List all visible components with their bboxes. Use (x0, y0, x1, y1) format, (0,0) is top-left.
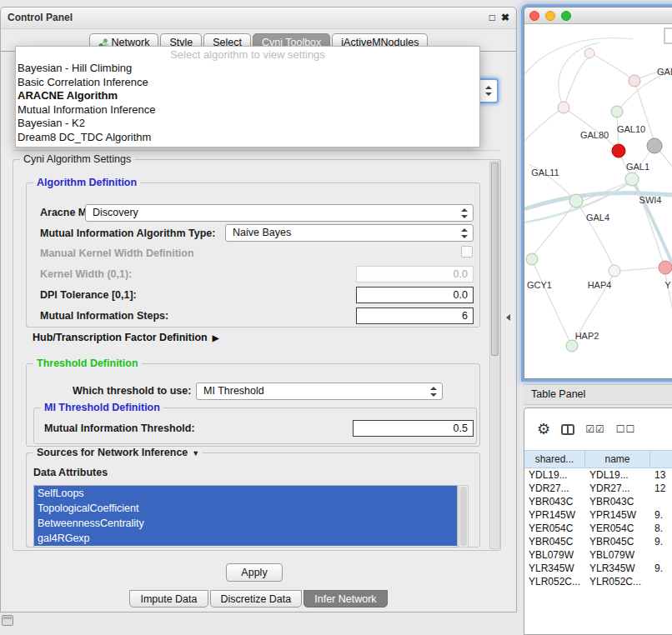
table-row[interactable]: YLR052C...YLR052C... (524, 575, 672, 588)
manual-kernel-checkbox[interactable] (461, 246, 473, 258)
table-settings-gear-icon[interactable]: ⚙ (537, 422, 550, 437)
network-node[interactable] (566, 340, 578, 352)
table-cell: YBL079W (585, 548, 650, 562)
which-threshold-value: MI Threshold (203, 385, 264, 397)
minimize-traffic-light-icon[interactable] (545, 11, 555, 21)
algorithm-option[interactable]: ARACNE Algorithm (16, 89, 479, 103)
attributes-list-scrollbar[interactable] (459, 485, 469, 548)
data-attributes-list[interactable]: SelfLoopsTopologicalCoefficientBetweenne… (33, 485, 458, 548)
table-body: YDL19...YDL19...13YDR27...YDR27...12YBR0… (524, 468, 672, 588)
control-panel-titlebar[interactable]: Control Panel □ ✖ (1, 8, 516, 29)
hub-definition-toggle[interactable]: Hub/Transcription Factor Definition▶ (33, 332, 218, 343)
mi-steps-label: Mutual Information Steps: (40, 310, 168, 322)
node-label: HAP4 (588, 280, 612, 290)
network-node[interactable] (609, 265, 620, 277)
bottom-tab-discretize-data[interactable]: Discretize Data (210, 590, 303, 608)
attribute-item[interactable]: TopologicalCoefficient (34, 501, 457, 516)
algorithm-option[interactable]: Mutual Information Inference (16, 103, 479, 118)
close-traffic-light-icon[interactable] (529, 11, 539, 21)
table-cell: 8. (650, 522, 672, 535)
show-columns-icon[interactable] (561, 424, 574, 435)
network-node[interactable] (584, 48, 594, 58)
combo-arrows-icon (461, 228, 469, 238)
table-cell: 9. (650, 508, 672, 522)
network-node[interactable] (629, 75, 640, 87)
docked-panel-icon[interactable] (2, 615, 13, 626)
table-cell: YDR27... (585, 482, 650, 495)
column-header[interactable]: shared... (524, 451, 585, 468)
bottom-tab-bar: Impute DataDiscretize DataInfer Network (1, 590, 516, 608)
table-cell: YLR052C... (585, 575, 650, 588)
table-row[interactable]: YBR045CYBR045C9. (524, 535, 672, 548)
sources-group-title[interactable]: Sources for Network Inference▼ (33, 447, 203, 458)
aracne-mode-select[interactable]: Discovery (85, 204, 474, 222)
panel-collapse-arrow-icon[interactable] (506, 314, 510, 321)
network-node[interactable] (558, 102, 569, 113)
dropdown-placeholder: Select algorithm to view settings (16, 48, 479, 62)
window-title: Control Panel (8, 12, 73, 23)
table-cell: YBR045C (524, 535, 585, 548)
network-window-titlebar[interactable] (524, 8, 672, 24)
kernel-width-label: Kernel Width (0,1): (40, 268, 132, 281)
algorithm-option[interactable]: Bayesian - K2 (16, 117, 479, 131)
network-node[interactable] (647, 138, 662, 153)
node-label: GAL10 (617, 124, 645, 134)
network-view-window: GALGAL80GAL10GAL11GAL1SWI4GAL4GCY1HAP4HA… (524, 7, 672, 379)
network-node[interactable] (611, 106, 623, 118)
zoom-traffic-light-icon[interactable] (561, 11, 571, 21)
unselect-all-columns-icon[interactable]: ☐☐ (616, 423, 636, 435)
scrollbar-thumb[interactable] (491, 162, 499, 356)
algorithm-dropdown-list[interactable]: Select algorithm to view settingsBayesia… (15, 46, 480, 148)
network-edge (534, 263, 569, 341)
table-panel: ⚙ ☑☑ ☐☐ shared...name YDL19...YDL19...13… (524, 408, 672, 635)
table-row[interactable]: YDL19...YDL19...13 (524, 468, 672, 482)
scrollbar-thumb[interactable] (460, 487, 467, 546)
kernel-width-field[interactable]: 0.0 (356, 266, 474, 282)
network-edge (564, 108, 617, 148)
attribute-item[interactable]: BetweennessCentrality (34, 516, 457, 531)
table-row[interactable]: YPR145WYPR145W9. (524, 508, 672, 522)
settings-scrollbar[interactable] (489, 161, 500, 549)
network-edge (534, 201, 576, 255)
attribute-item[interactable]: gal4RGexp (34, 531, 457, 546)
bottom-tab-impute-data[interactable]: Impute Data (129, 590, 208, 608)
float-window-icon[interactable]: □ (489, 8, 495, 28)
sources-title-text: Sources for Network Inference (37, 447, 188, 458)
table-row[interactable]: YER054CYER054C8. (524, 522, 672, 535)
attribute-item[interactable]: SelfLoops (34, 486, 457, 501)
network-node[interactable] (569, 194, 583, 208)
node-label: Y (664, 280, 671, 290)
network-node[interactable] (625, 172, 639, 186)
birdseye-overview-box[interactable] (664, 28, 672, 43)
which-threshold-select[interactable]: MI Threshold (196, 382, 443, 400)
close-icon[interactable]: ✖ (501, 8, 509, 28)
bottom-tab-infer-network[interactable]: Infer Network (303, 590, 387, 608)
algorithm-option[interactable]: Basic Correlation Inference (16, 76, 479, 90)
network-node[interactable] (659, 261, 672, 274)
select-all-columns-icon[interactable]: ☑☑ (585, 423, 605, 435)
algorithm-option[interactable]: Bayesian - Hill Climbing (16, 62, 479, 76)
algorithm-option[interactable]: Dream8 DC_TDC Algorithm (16, 131, 479, 145)
which-threshold-label: Which threshold to use: (73, 385, 191, 398)
table-row[interactable]: YLR345WYLR345W9. (524, 562, 672, 575)
dpi-tolerance-field[interactable]: 0.0 (356, 287, 474, 303)
mi-type-select[interactable]: Naive Bayes (225, 224, 474, 242)
column-header[interactable] (650, 451, 672, 468)
node-label: GAL11 (531, 168, 559, 178)
network-node[interactable] (526, 253, 538, 265)
network-canvas[interactable]: GALGAL80GAL10GAL11GAL1SWI4GAL4GCY1HAP4HA… (524, 24, 672, 378)
network-node[interactable] (612, 144, 625, 158)
mi-steps-field[interactable]: 6 (356, 308, 474, 324)
combo-arrows-icon (430, 387, 438, 397)
node-label: SWI4 (639, 195, 662, 205)
table-row[interactable]: YBL079WYBL079W (524, 548, 672, 562)
apply-button[interactable]: Apply (226, 563, 283, 582)
table-panel-header-bar[interactable]: Table Panel (524, 384, 672, 405)
table-panel-title: Table Panel (531, 388, 585, 400)
mi-threshold-field[interactable]: 0.5 (353, 420, 474, 437)
column-header[interactable]: name (585, 451, 650, 468)
table-cell: YDR27... (524, 482, 585, 495)
mi-threshold-label: Mutual Information Threshold: (44, 422, 195, 435)
table-row[interactable]: YDR27...YDR27...12 (524, 482, 672, 495)
table-row[interactable]: YBR043CYBR043C (524, 495, 672, 508)
